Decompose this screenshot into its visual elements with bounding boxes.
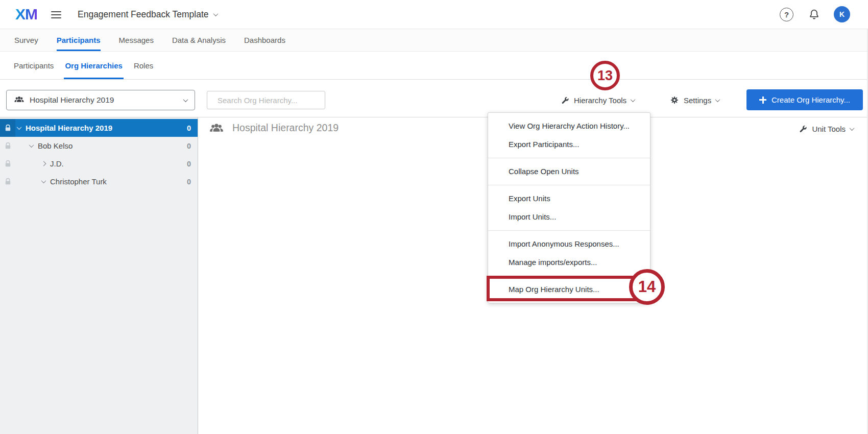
- chevron-down-icon[interactable]: [17, 125, 22, 130]
- unit-tools-label: Unit Tools: [812, 125, 846, 133]
- chevron-down-icon: [213, 11, 218, 16]
- wrench-icon: [561, 96, 569, 105]
- tree-row-label: Christopher Turk: [50, 177, 107, 186]
- tree-row-label: J.D.: [50, 159, 64, 168]
- hierarchy-tools-menu: View Org Hierarchy Action History... Exp…: [488, 112, 650, 303]
- lock-icon: [4, 142, 12, 150]
- xm-logo: XM: [15, 6, 37, 22]
- tab-survey[interactable]: Survey: [14, 29, 38, 51]
- tree-row-label: Hospital Hierarchy 2019: [26, 124, 112, 132]
- tree-row-christopher-turk[interactable]: Christopher Turk 0: [0, 173, 198, 190]
- menu-item-map-org-hierarchy-units[interactable]: Map Org Hierarchy Units...: [488, 280, 650, 299]
- menu-item-import-anonymous-responses[interactable]: Import Anonymous Responses...: [488, 235, 650, 253]
- menu-item-export-units[interactable]: Export Units: [488, 189, 650, 208]
- people-group-icon: [209, 122, 224, 137]
- subtab-participants[interactable]: Participants: [13, 52, 55, 79]
- tab-participants[interactable]: Participants: [57, 29, 101, 51]
- plus-icon: [759, 97, 766, 104]
- chevron-down-icon: [631, 97, 636, 102]
- menu-item-import-units[interactable]: Import Units...: [488, 208, 650, 226]
- chevron-down-icon: [850, 126, 855, 131]
- subtab-roles[interactable]: Roles: [133, 52, 154, 79]
- hierarchy-tools-label: Hierarchy Tools: [574, 96, 626, 105]
- menu-item-manage-imports-exports[interactable]: Manage imports/exports...: [488, 253, 650, 272]
- subtab-org-hierarchies[interactable]: Org Hierarchies: [64, 52, 124, 79]
- menu-item-collapse-open-units[interactable]: Collapse Open Units: [488, 162, 650, 181]
- people-group-icon: [14, 95, 25, 106]
- tree-row-bob-kelso[interactable]: Bob Kelso 0: [0, 137, 198, 155]
- settings-button[interactable]: Settings: [670, 90, 719, 110]
- help-icon[interactable]: ?: [780, 8, 793, 21]
- sub-tab-bar: Participants Org Hierarchies Roles: [0, 52, 868, 80]
- tree-row-label: Bob Kelso: [38, 141, 73, 150]
- hierarchy-select[interactable]: Hospital Hierarchy 2019: [6, 90, 195, 110]
- search-box: [207, 91, 325, 109]
- tab-dashboards[interactable]: Dashboards: [244, 29, 285, 51]
- app-window: XM Engagement Feedback Template ? K Surv…: [0, 0, 868, 434]
- create-org-hierarchy-label: Create Org Hierarchy...: [771, 95, 850, 104]
- create-org-hierarchy-button[interactable]: Create Org Hierarchy...: [746, 89, 863, 110]
- notifications-bell-icon[interactable]: [808, 8, 821, 21]
- lock-icon: [4, 124, 12, 132]
- tree-row-count: 0: [187, 178, 191, 186]
- chevron-down-icon: [183, 97, 188, 102]
- user-avatar[interactable]: K: [834, 6, 850, 22]
- tab-data-analysis[interactable]: Data & Analysis: [172, 29, 226, 51]
- chevron-down-icon[interactable]: [41, 178, 46, 183]
- chevron-right-icon[interactable]: [41, 161, 46, 166]
- unit-tools-button[interactable]: Unit Tools: [799, 120, 854, 137]
- org-hierarchy-toolbar: Hospital Hierarchy 2019 Hierarchy Tools: [0, 80, 868, 117]
- search-input[interactable]: [216, 95, 320, 105]
- menu-item-export-participants[interactable]: Export Participants...: [488, 135, 650, 154]
- menu-item-view-action-history[interactable]: View Org Hierarchy Action History...: [488, 117, 650, 135]
- top-header: XM Engagement Feedback Template ? K: [0, 0, 868, 29]
- project-title-dropdown[interactable]: Engagement Feedback Template: [78, 0, 218, 29]
- tab-messages[interactable]: Messages: [119, 29, 154, 51]
- main-tab-bar: Survey Participants Messages Data & Anal…: [0, 29, 868, 52]
- hierarchy-select-value: Hospital Hierarchy 2019: [30, 95, 114, 105]
- wrench-icon: [799, 125, 807, 133]
- lock-icon: [4, 178, 12, 185]
- tree-row-jd[interactable]: J.D. 0: [0, 155, 198, 173]
- tree-row-count: 0: [187, 160, 191, 168]
- lock-icon: [4, 160, 12, 167]
- tree-row-count: 0: [187, 124, 191, 132]
- hierarchy-tools-button[interactable]: Hierarchy Tools: [561, 90, 635, 110]
- tree-row-count: 0: [187, 142, 191, 150]
- gear-icon: [670, 95, 679, 105]
- hamburger-menu-icon[interactable]: [51, 9, 61, 20]
- project-title: Engagement Feedback Template: [78, 9, 209, 20]
- tree-row-hospital-hierarchy-2019[interactable]: Hospital Hierarchy 2019 0: [0, 119, 198, 137]
- org-hierarchy-tree-panel: Hospital Hierarchy 2019 0 Bob Kelso 0 J.…: [0, 117, 198, 434]
- chevron-down-icon: [715, 97, 720, 102]
- hierarchy-title: Hospital Hierarchy 2019: [232, 122, 339, 134]
- settings-label: Settings: [684, 96, 711, 105]
- chevron-down-icon[interactable]: [29, 142, 34, 148]
